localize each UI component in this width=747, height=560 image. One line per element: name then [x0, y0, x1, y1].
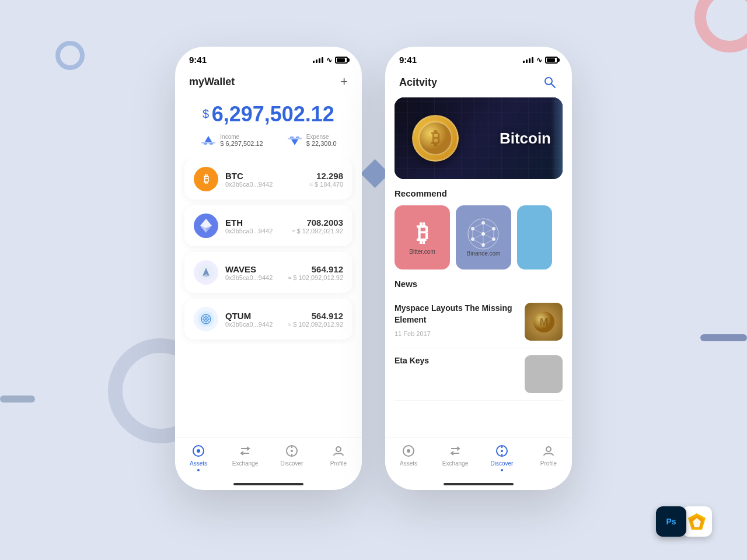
nav-discover-label-activity: Discover [491, 460, 514, 467]
wallet-header: myWallet + [175, 69, 362, 96]
status-bar-wallet: 9:41 ∿ [175, 47, 362, 69]
waves-usd: ≈ $ 102,092,012.92 [288, 274, 343, 281]
news-item-1[interactable]: Myspace Layouts The Missing Element 11 F… [395, 296, 563, 348]
svg-text:₿: ₿ [431, 128, 440, 148]
news-thumbnail-2 [525, 355, 563, 393]
coin-card-qtum[interactable]: QTUM 0x3b5ca0...9442 564.912 ≈ $ 102,092… [184, 299, 352, 340]
status-time-activity: 9:41 [399, 55, 417, 65]
svg-rect-2 [204, 143, 207, 145]
wifi-icon: ∿ [326, 56, 332, 64]
signal-bar-3 [319, 58, 320, 63]
eth-name: ETH [225, 218, 291, 228]
nav-exchange-label-activity: Exchange [442, 460, 468, 467]
recommend-card-binance[interactable]: Binance.com [456, 205, 511, 270]
income-stat: Income $ 6,297,502.12 [200, 134, 263, 147]
svg-line-29 [551, 84, 555, 88]
bottom-nav-wallet: Assets Exchange [175, 438, 362, 481]
expense-icon [287, 135, 303, 146]
nav-profile-activity[interactable]: Profile [525, 444, 572, 471]
balance-display: $ 6,297,502.12 [189, 102, 348, 127]
svg-line-40 [483, 223, 494, 229]
activity-content: ₿ Bitcoin Recommend ₿ Bitter.com [385, 97, 572, 438]
signal-bar-1 [313, 61, 315, 63]
assets-icon-activity [402, 444, 416, 458]
svg-point-55 [407, 449, 410, 453]
banner-edge-highlight [551, 97, 563, 179]
svg-rect-7 [296, 136, 299, 138]
recommend-card-bitter[interactable]: ₿ Bitter.com [395, 205, 450, 270]
btc-balance: 12.298 ≈ $ 184,470 [309, 171, 343, 188]
qtum-balance: 564.912 ≈ $ 102,092,012.92 [288, 311, 343, 328]
expense-label: Expense [306, 134, 337, 140]
coin-card-btc[interactable]: ₿ BTC 0x3b5ca0...9442 12.298 ≈ $ 184,470 [184, 159, 352, 200]
nav-discover-wallet[interactable]: Discover [268, 444, 315, 471]
status-icons-wallet: ∿ [313, 56, 348, 64]
btc-amount: 12.298 [309, 171, 343, 181]
activity-title: Acitvity [399, 76, 437, 89]
svg-line-47 [483, 229, 494, 234]
btc-name: BTC [225, 171, 309, 181]
signal-icon [313, 57, 323, 63]
balance-amount: 6,297,502.12 [212, 102, 334, 126]
recommend-list: ₿ Bitter.com [395, 205, 563, 270]
nav-active-indicator [197, 469, 200, 471]
battery-icon [335, 57, 348, 64]
phones-wrapper: 9:41 ∿ myWallet + $ [175, 47, 572, 490]
profile-icon-wallet [331, 444, 345, 458]
profile-icon-activity [542, 444, 556, 458]
income-info: Income $ 6,297,502.12 [220, 134, 263, 147]
search-button[interactable] [542, 74, 558, 90]
balance-stats: Income $ 6,297,502.12 Expens [189, 134, 348, 147]
bitcoin-banner[interactable]: ₿ Bitcoin [395, 97, 563, 179]
svg-line-42 [483, 239, 494, 245]
bitter-label: Bitter.com [409, 249, 435, 255]
svg-rect-6 [290, 136, 294, 138]
eth-amount: 708.2003 [291, 218, 343, 228]
news-info-2: Eta Keys [395, 355, 518, 372]
svg-text:M: M [539, 316, 548, 328]
income-value: $ 6,297,502.12 [220, 140, 263, 147]
coin-card-waves[interactable]: WAVES 0x3b5ca0...9442 564.912 ≈ $ 102,09… [184, 252, 352, 293]
svg-line-51 [473, 229, 483, 234]
news-item-2[interactable]: Eta Keys [395, 348, 563, 401]
bottom-nav-activity: Assets Exchange [385, 438, 572, 481]
bg-decoration-bar-left [0, 396, 35, 402]
recommend-card-polone[interactable] [517, 205, 552, 270]
nav-assets-wallet[interactable]: Assets [175, 444, 222, 471]
nav-discover-activity[interactable]: Discover [479, 444, 525, 471]
nav-exchange-activity[interactable]: Exchange [432, 444, 479, 471]
sig-bar-3 [529, 58, 530, 63]
balance-section: $ 6,297,502.12 Income $ 6, [175, 96, 362, 159]
add-button[interactable]: + [340, 74, 348, 89]
svg-point-22 [197, 449, 200, 453]
expense-info: Expense $ 22,300.0 [306, 134, 337, 147]
waves-address: 0x3b5ca0...9442 [225, 274, 288, 281]
nav-exchange-wallet[interactable]: Exchange [222, 444, 268, 471]
nav-discover-label-wallet: Discover [281, 460, 303, 467]
eth-address: 0x3b5ca0...9442 [225, 228, 291, 235]
svg-line-48 [483, 234, 494, 239]
bitter-icon: ₿ [417, 220, 428, 246]
sig-bar-4 [532, 57, 533, 63]
nav-assets-label-wallet: Assets [190, 460, 207, 467]
btc-icon: ₿ [194, 167, 218, 191]
bg-decoration-bar-right [700, 334, 747, 341]
recommend-title: Recommend [395, 188, 563, 198]
svg-point-28 [545, 78, 552, 85]
news-title: News [395, 279, 563, 289]
nav-profile-wallet[interactable]: Profile [315, 444, 362, 471]
nav-assets-label-activity: Assets [400, 460, 417, 467]
btc-info: BTC 0x3b5ca0...9442 [225, 171, 309, 188]
status-time-wallet: 9:41 [189, 55, 207, 65]
svg-line-45 [473, 223, 483, 229]
signal-icon-activity [523, 57, 533, 63]
waves-info: WAVES 0x3b5ca0...9442 [225, 264, 288, 281]
qtum-usd: ≈ $ 102,092,012.92 [288, 321, 343, 328]
battery-icon-activity [545, 57, 558, 64]
nav-assets-activity[interactable]: Assets [385, 444, 432, 471]
eth-icon [194, 214, 218, 238]
battery-fill-activity [547, 58, 555, 62]
coin-card-eth[interactable]: ETH 0x3b5ca0...9442 708.2003 ≈ $ 12,092,… [184, 205, 352, 246]
qtum-amount: 564.912 [288, 311, 343, 321]
expense-value: $ 22,300.0 [306, 140, 337, 147]
